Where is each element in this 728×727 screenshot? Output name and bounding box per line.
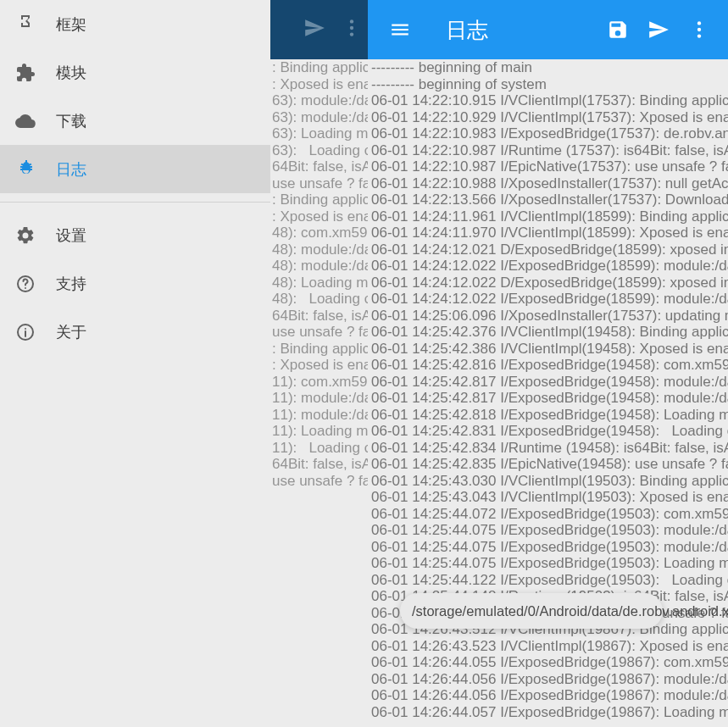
appbar: 日志 [368,0,728,59]
drawer-item-settings[interactable]: 设置 [0,211,270,259]
more-icon[interactable] [341,17,363,42]
drawer-label: 支持 [56,274,86,294]
logs-icon [15,159,56,180]
appbar-title: 日志 [446,16,597,44]
svg-point-1 [25,287,26,289]
svg-point-10 [697,34,701,37]
drawer-item-modules[interactable]: 模块 [0,48,270,97]
svg-point-9 [697,28,701,31]
drawer-label: 下载 [56,111,86,131]
drawer-divider [0,202,270,203]
about-icon [15,322,56,342]
download-icon [15,111,56,131]
settings-icon [15,225,56,246]
svg-point-5 [350,19,353,23]
svg-point-4 [25,328,26,330]
drawer-label: 日志 [56,159,86,180]
menu-icon[interactable] [380,19,420,41]
drawer-item-about[interactable]: 关于 [0,308,270,356]
drawer-item-logs[interactable]: 日志 [0,145,270,193]
svg-point-8 [697,21,701,25]
save-icon[interactable] [597,19,638,41]
drawer-item-support[interactable]: 支持 [0,259,270,308]
support-icon [15,274,56,294]
send-icon[interactable] [638,19,679,41]
background-log-text: : Binding applic. : Xposed is enal 63): … [270,59,368,727]
background-appbar [270,0,368,59]
svg-point-7 [350,32,353,36]
modules-icon [15,63,56,83]
toast-message: /storage/emulated/0/Android/data/de.robv… [400,593,663,629]
drawer-label: 关于 [56,322,86,342]
more-icon[interactable] [679,19,720,41]
svg-point-6 [350,26,353,30]
drawer-item-download[interactable]: 下载 [0,97,270,145]
drawer-label: 设置 [56,225,86,246]
send-icon[interactable] [303,17,325,42]
framework-icon [15,14,56,35]
drawer-label: 模块 [56,63,86,83]
drawer-label: 框架 [56,14,86,35]
drawer-item-framework[interactable]: 框架 [0,0,270,48]
navigation-drawer: 框架 模块 下载 日志 设置 支持 关于 [0,0,270,727]
